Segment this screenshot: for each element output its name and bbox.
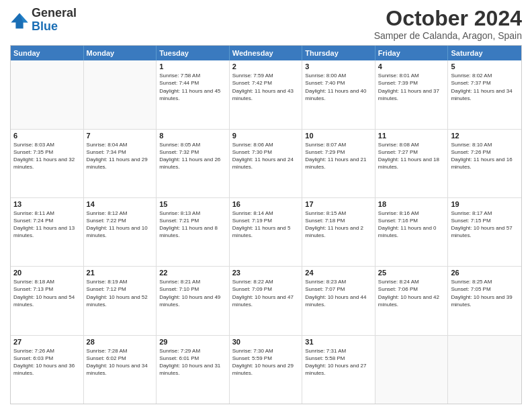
day-info: Sunrise: 7:59 AM Sunset: 7:42 PM Dayligh… (232, 72, 300, 102)
calendar-cell: 29Sunrise: 7:29 AM Sunset: 6:01 PM Dayli… (157, 336, 230, 404)
day-info: Sunrise: 8:21 AM Sunset: 7:10 PM Dayligh… (159, 278, 226, 308)
calendar-cell: 4Sunrise: 8:01 AM Sunset: 7:39 PM Daylig… (375, 60, 449, 128)
day-info: Sunrise: 7:58 AM Sunset: 7:44 PM Dayligh… (159, 72, 226, 102)
day-info: Sunrise: 7:31 AM Sunset: 5:58 PM Dayligh… (305, 347, 372, 377)
title-section: October 2024 Samper de Calanda, Aragon, … (374, 7, 522, 41)
day-number: 7 (87, 132, 154, 140)
day-number: 23 (232, 269, 300, 277)
day-info: Sunrise: 8:03 AM Sunset: 7:35 PM Dayligh… (13, 141, 81, 171)
calendar: SundayMondayTuesdayWednesdayThursdayFrid… (10, 45, 522, 404)
day-number: 2 (232, 62, 300, 71)
calendar-cell: 31Sunrise: 7:31 AM Sunset: 5:58 PM Dayli… (302, 336, 375, 404)
day-info: Sunrise: 8:12 AM Sunset: 7:22 PM Dayligh… (87, 210, 154, 240)
day-header: Tuesday (157, 46, 230, 60)
calendar-cell: 6Sunrise: 8:03 AM Sunset: 7:35 PM Daylig… (11, 130, 84, 197)
day-number: 24 (305, 269, 372, 277)
day-info: Sunrise: 8:08 AM Sunset: 7:27 PM Dayligh… (378, 141, 445, 171)
day-info: Sunrise: 8:18 AM Sunset: 7:13 PM Dayligh… (13, 278, 81, 308)
day-info: Sunrise: 8:14 AM Sunset: 7:19 PM Dayligh… (232, 210, 300, 240)
day-info: Sunrise: 7:29 AM Sunset: 6:01 PM Dayligh… (159, 347, 226, 377)
calendar-cell: 5Sunrise: 8:02 AM Sunset: 7:37 PM Daylig… (448, 60, 521, 128)
calendar-cell: 8Sunrise: 8:05 AM Sunset: 7:32 PM Daylig… (157, 130, 230, 197)
day-number: 26 (451, 269, 519, 277)
day-info: Sunrise: 8:19 AM Sunset: 7:12 PM Dayligh… (87, 278, 154, 308)
day-number: 18 (378, 200, 445, 208)
calendar-cell: 15Sunrise: 8:13 AM Sunset: 7:21 PM Dayli… (157, 198, 230, 266)
calendar-cell: 20Sunrise: 8:18 AM Sunset: 7:13 PM Dayli… (11, 267, 84, 334)
calendar-header: SundayMondayTuesdayWednesdayThursdayFrid… (11, 46, 521, 60)
day-number: 9 (232, 132, 300, 140)
calendar-cell: 14Sunrise: 8:12 AM Sunset: 7:22 PM Dayli… (84, 198, 157, 266)
calendar-row: 13Sunrise: 8:11 AM Sunset: 7:24 PM Dayli… (11, 198, 521, 267)
day-number: 25 (378, 269, 445, 277)
calendar-cell: 1Sunrise: 7:58 AM Sunset: 7:44 PM Daylig… (157, 60, 230, 128)
day-number: 21 (87, 269, 154, 277)
day-info: Sunrise: 8:17 AM Sunset: 7:15 PM Dayligh… (451, 210, 519, 240)
day-info: Sunrise: 8:24 AM Sunset: 7:06 PM Dayligh… (378, 278, 445, 308)
calendar-cell: 7Sunrise: 8:04 AM Sunset: 7:34 PM Daylig… (84, 130, 157, 197)
day-number: 17 (305, 200, 372, 208)
day-header: Wednesday (230, 46, 303, 60)
day-number: 31 (305, 338, 372, 346)
calendar-cell: 22Sunrise: 8:21 AM Sunset: 7:10 PM Dayli… (157, 267, 230, 334)
calendar-cell: 24Sunrise: 8:23 AM Sunset: 7:07 PM Dayli… (302, 267, 375, 334)
day-number: 15 (159, 200, 226, 208)
day-info: Sunrise: 8:06 AM Sunset: 7:30 PM Dayligh… (232, 141, 300, 171)
day-number: 16 (232, 200, 300, 208)
day-number: 1 (159, 62, 226, 71)
calendar-cell: 26Sunrise: 8:25 AM Sunset: 7:05 PM Dayli… (448, 267, 521, 334)
calendar-cell (448, 336, 521, 404)
day-info: Sunrise: 8:02 AM Sunset: 7:37 PM Dayligh… (451, 72, 519, 102)
day-header: Friday (375, 46, 449, 60)
day-number: 14 (87, 200, 154, 208)
day-info: Sunrise: 8:01 AM Sunset: 7:39 PM Dayligh… (378, 72, 445, 102)
day-number: 6 (13, 132, 81, 140)
calendar-row: 6Sunrise: 8:03 AM Sunset: 7:35 PM Daylig… (11, 130, 521, 198)
day-info: Sunrise: 8:25 AM Sunset: 7:05 PM Dayligh… (451, 278, 519, 308)
day-number: 4 (378, 62, 445, 71)
logo-text: General Blue (32, 7, 77, 34)
calendar-cell: 9Sunrise: 8:06 AM Sunset: 7:30 PM Daylig… (230, 130, 303, 197)
day-number: 5 (451, 62, 519, 71)
calendar-cell: 2Sunrise: 7:59 AM Sunset: 7:42 PM Daylig… (230, 60, 303, 128)
day-number: 29 (159, 338, 226, 346)
calendar-cell (84, 60, 157, 128)
day-info: Sunrise: 7:28 AM Sunset: 6:02 PM Dayligh… (87, 347, 154, 377)
calendar-cell: 30Sunrise: 7:30 AM Sunset: 5:59 PM Dayli… (230, 336, 303, 404)
calendar-cell: 16Sunrise: 8:14 AM Sunset: 7:19 PM Dayli… (230, 198, 303, 266)
day-number: 28 (87, 338, 154, 346)
calendar-cell: 18Sunrise: 8:16 AM Sunset: 7:16 PM Dayli… (375, 198, 449, 266)
day-info: Sunrise: 8:13 AM Sunset: 7:21 PM Dayligh… (159, 210, 226, 240)
calendar-cell: 3Sunrise: 8:00 AM Sunset: 7:40 PM Daylig… (302, 60, 375, 128)
day-number: 22 (159, 269, 226, 277)
day-info: Sunrise: 8:07 AM Sunset: 7:29 PM Dayligh… (305, 141, 372, 171)
day-info: Sunrise: 8:11 AM Sunset: 7:24 PM Dayligh… (13, 210, 81, 240)
day-header: Monday (84, 46, 157, 60)
calendar-cell: 10Sunrise: 8:07 AM Sunset: 7:29 PM Dayli… (302, 130, 375, 197)
day-number: 3 (305, 62, 372, 71)
day-info: Sunrise: 8:23 AM Sunset: 7:07 PM Dayligh… (305, 278, 372, 308)
calendar-body: 1Sunrise: 7:58 AM Sunset: 7:44 PM Daylig… (11, 60, 521, 404)
calendar-row: 27Sunrise: 7:26 AM Sunset: 6:03 PM Dayli… (11, 336, 521, 404)
calendar-cell (375, 336, 449, 404)
day-header: Saturday (448, 46, 521, 60)
day-info: Sunrise: 8:10 AM Sunset: 7:26 PM Dayligh… (451, 141, 519, 171)
day-info: Sunrise: 7:30 AM Sunset: 5:59 PM Dayligh… (232, 347, 300, 377)
logo-icon (10, 11, 29, 30)
calendar-cell: 25Sunrise: 8:24 AM Sunset: 7:06 PM Dayli… (375, 267, 449, 334)
day-header: Thursday (302, 46, 375, 60)
day-number: 20 (13, 269, 81, 277)
day-number: 30 (232, 338, 300, 346)
day-number: 27 (13, 338, 81, 346)
day-header: Sunday (11, 46, 84, 60)
day-info: Sunrise: 7:26 AM Sunset: 6:03 PM Dayligh… (13, 347, 81, 377)
calendar-cell: 21Sunrise: 8:19 AM Sunset: 7:12 PM Dayli… (84, 267, 157, 334)
day-number: 11 (378, 132, 445, 140)
calendar-cell: 23Sunrise: 8:22 AM Sunset: 7:09 PM Dayli… (230, 267, 303, 334)
calendar-row: 1Sunrise: 7:58 AM Sunset: 7:44 PM Daylig… (11, 60, 521, 129)
logo: General Blue (10, 7, 77, 34)
day-number: 19 (451, 200, 519, 208)
day-info: Sunrise: 8:05 AM Sunset: 7:32 PM Dayligh… (159, 141, 226, 171)
day-info: Sunrise: 8:04 AM Sunset: 7:34 PM Dayligh… (87, 141, 154, 171)
calendar-cell (11, 60, 84, 128)
